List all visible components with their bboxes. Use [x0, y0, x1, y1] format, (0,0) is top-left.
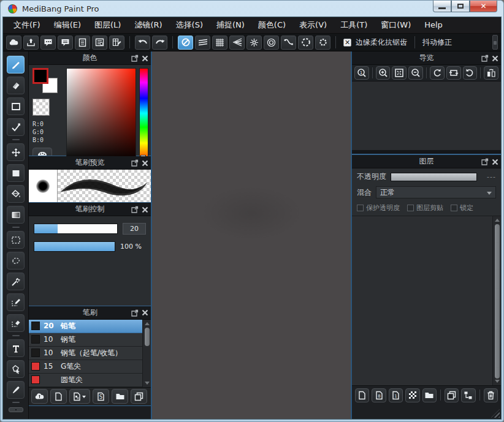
rotate-ccw-button[interactable] — [430, 66, 445, 80]
bucket-tool[interactable] — [7, 185, 25, 203]
zoom-out-button[interactable] — [408, 66, 423, 80]
scrollbar-thumb[interactable] — [494, 41, 497, 45]
duplicate-brush-button[interactable] — [131, 389, 147, 404]
select-eraser-tool[interactable] — [7, 314, 25, 332]
select-rect-tool[interactable] — [7, 231, 25, 249]
close-panel-icon[interactable] — [142, 309, 148, 316]
zoom-100-button[interactable]: 1 — [354, 66, 369, 80]
zoom-fit-button[interactable] — [392, 66, 407, 80]
edit-table-button[interactable] — [109, 36, 124, 50]
redo-button[interactable] — [152, 36, 167, 50]
scroll-down-icon[interactable] — [145, 382, 150, 385]
transparent-color-swatch[interactable] — [32, 99, 50, 116]
magic-wand-tool[interactable] — [7, 273, 25, 290]
minimize-button[interactable] — [433, 1, 451, 12]
snap-parallel-button[interactable] — [195, 36, 210, 50]
brush-list-item-round-pen[interactable]: 圆笔尖 — [29, 374, 142, 387]
snap-ellipse-button[interactable] — [298, 36, 313, 50]
new-8bit-layer-button[interactable]: 8 — [372, 388, 386, 402]
brush-panel-titlebar[interactable]: 笔刷 — [29, 306, 151, 320]
text-tool[interactable] — [7, 339, 25, 357]
popout-icon[interactable] — [131, 309, 139, 317]
close-panel-icon[interactable] — [492, 55, 498, 62]
menu-edit[interactable]: 编辑(E) — [47, 17, 88, 33]
antialias-checkbox[interactable]: ✕ — [343, 39, 351, 47]
popout-icon[interactable] — [131, 159, 139, 167]
dot-pen-tool[interactable] — [7, 118, 25, 136]
canvas-area[interactable] — [152, 51, 352, 419]
gradient-tool[interactable] — [7, 206, 25, 224]
menu-layer[interactable]: 图层(L) — [88, 17, 128, 33]
snap-grid-button[interactable] — [212, 36, 227, 50]
menu-file[interactable]: 文件(F) — [7, 17, 47, 33]
document-button[interactable] — [75, 36, 90, 50]
delete-layer-button[interactable] — [484, 388, 498, 402]
shape-tool[interactable] — [7, 97, 25, 115]
snap-radial-button[interactable] — [246, 36, 262, 50]
close-panel-icon[interactable] — [142, 160, 148, 167]
foreground-color-swatch[interactable] — [32, 68, 48, 84]
layer-opacity-slider[interactable] — [391, 173, 477, 181]
popout-icon[interactable] — [131, 55, 139, 62]
navigator-preview[interactable] — [352, 81, 501, 150]
merge-layer-button[interactable] — [461, 388, 475, 402]
comment-lines-button[interactable] — [58, 36, 73, 50]
history-list-button[interactable] — [92, 36, 107, 50]
menu-filter[interactable]: 滤镜(R) — [128, 17, 169, 33]
snap-concentric-button[interactable] — [264, 36, 279, 50]
tool-strip-scroll-handle[interactable] — [9, 407, 23, 412]
new-1bit-layer-button[interactable]: 1 — [389, 388, 403, 402]
lasso-tool[interactable] — [7, 252, 25, 269]
brush-list-item-gpen[interactable]: 15 G笔尖 — [29, 360, 142, 374]
brush-preview-titlebar[interactable]: 笔刷预览 — [29, 156, 151, 170]
brush-list-scrollbar[interactable] — [142, 320, 151, 387]
close-button[interactable]: ✕ — [470, 1, 497, 12]
menu-window[interactable]: 窗口(W) — [374, 17, 418, 33]
rotate-cw-button[interactable] — [463, 66, 478, 80]
popout-icon[interactable] — [481, 158, 489, 165]
scroll-up-icon[interactable] — [145, 322, 150, 325]
brush-control-titlebar[interactable]: 笔刷控制 — [29, 203, 151, 216]
brush-size-slider[interactable] — [34, 224, 118, 234]
brush-list-item-pen[interactable]: 10 钢笔 — [29, 333, 142, 347]
move-tool[interactable] — [7, 143, 25, 161]
zoom-in-button[interactable] — [376, 66, 391, 80]
title-bar[interactable]: MediBang Paint Pro — [1, 1, 503, 17]
close-panel-icon[interactable] — [492, 159, 498, 165]
divide-tool[interactable] — [7, 381, 25, 399]
layers-scrollbar[interactable] — [492, 216, 501, 385]
color-panel-titlebar[interactable]: 颜色 — [29, 51, 151, 65]
flip-horizontal-button[interactable] — [484, 66, 498, 80]
script-brush-button[interactable]: S — [93, 389, 109, 404]
layers-list[interactable] — [352, 216, 501, 385]
snap-settings-button[interactable] — [315, 36, 330, 50]
undo-button[interactable] — [135, 36, 150, 50]
brush-from-image-button[interactable] — [69, 389, 90, 404]
menu-color[interactable]: 颜色(C) — [251, 17, 292, 33]
brush-tool[interactable] — [7, 56, 25, 73]
hue-slider[interactable] — [139, 68, 148, 162]
cloud-button[interactable] — [6, 36, 21, 50]
comment-dots-button[interactable] — [40, 36, 56, 50]
brush-size-value[interactable]: 20 — [123, 223, 146, 235]
close-panel-icon[interactable] — [142, 206, 148, 213]
scrollbar-thumb[interactable] — [145, 328, 150, 346]
duplicate-layer-button[interactable] — [445, 388, 459, 402]
menu-tools[interactable]: 工具(T) — [334, 17, 374, 33]
brush-opacity-slider[interactable] — [34, 241, 115, 252]
scroll-up-icon[interactable] — [495, 219, 500, 222]
maximize-button[interactable] — [451, 1, 470, 12]
halftone-layer-button[interactable] — [405, 388, 419, 402]
menu-help[interactable]: Help — [418, 17, 449, 33]
brush-folder-button[interactable] — [112, 389, 128, 404]
lock-checkbox[interactable] — [451, 205, 457, 211]
menu-view[interactable]: 表示(V) — [292, 17, 334, 33]
cloud-sync-brush-button[interactable] — [31, 389, 48, 404]
brush-list-item-pen-inout[interactable]: 10 钢笔（起笔/收笔） — [29, 347, 142, 360]
rotate-reset-button[interactable] — [446, 66, 461, 80]
popout-icon[interactable] — [131, 206, 139, 213]
fill-rect-tool[interactable] — [7, 164, 25, 182]
snap-curve-button[interactable] — [281, 36, 296, 50]
saturation-value-picker[interactable] — [66, 68, 136, 162]
operation-tool[interactable] — [7, 360, 25, 378]
